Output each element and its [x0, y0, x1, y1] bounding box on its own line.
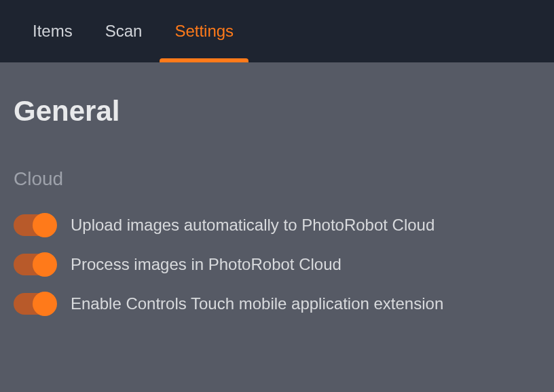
setting-controls-touch-label: Enable Controls Touch mobile application…: [71, 294, 443, 313]
toggle-knob: [33, 292, 57, 316]
tab-scan-label: Scan: [105, 22, 143, 41]
content-area: General Cloud Upload images automaticall…: [0, 62, 554, 392]
tab-settings[interactable]: Settings: [174, 0, 234, 62]
setting-process-label: Process images in PhotoRobot Cloud: [71, 255, 341, 274]
tab-items[interactable]: Items: [33, 0, 73, 62]
toggle-knob: [33, 252, 57, 277]
setting-upload-label: Upload images automatically to PhotoRobo…: [71, 216, 435, 235]
setting-row-process: Process images in PhotoRobot Cloud: [14, 254, 540, 275]
section-cloud-title: Cloud: [14, 168, 540, 190]
tab-scan[interactable]: Scan: [105, 0, 143, 62]
toggle-knob: [33, 213, 57, 237]
toggle-upload[interactable]: [14, 214, 56, 236]
toggle-controls-touch[interactable]: [14, 293, 56, 315]
setting-row-controls-touch: Enable Controls Touch mobile application…: [14, 293, 540, 315]
page-title: General: [14, 95, 540, 128]
tab-settings-label: Settings: [174, 22, 234, 41]
tab-items-label: Items: [33, 22, 73, 41]
setting-row-upload: Upload images automatically to PhotoRobo…: [14, 214, 540, 236]
toggle-process[interactable]: [14, 254, 56, 275]
tab-bar: Items Scan Settings: [0, 0, 554, 62]
